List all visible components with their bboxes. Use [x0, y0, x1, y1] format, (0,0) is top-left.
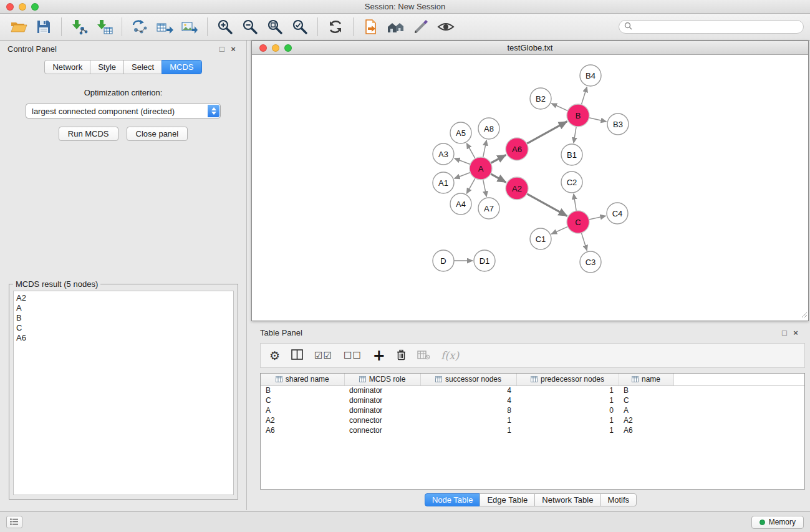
network-zoom-button[interactable]: [284, 44, 292, 52]
result-item[interactable]: C: [16, 323, 233, 333]
search-input[interactable]: [635, 22, 798, 31]
minimize-window-button[interactable]: [19, 3, 26, 11]
table-row[interactable]: A2connector11A2: [261, 415, 804, 425]
table-cell[interactable]: dominator: [344, 395, 420, 405]
float-panel-icon[interactable]: □: [779, 328, 790, 337]
tab-style[interactable]: Style: [90, 60, 124, 74]
zoom-out-button[interactable]: [238, 16, 263, 37]
tab-network[interactable]: Network: [44, 60, 90, 74]
import-network-button[interactable]: [67, 16, 92, 37]
mcds-result-list[interactable]: A2ABCA6: [13, 291, 234, 495]
open-session-button[interactable]: [6, 16, 31, 37]
memory-button[interactable]: Memory: [751, 516, 804, 529]
table-cell[interactable]: 4: [420, 385, 516, 395]
column-header[interactable]: MCDS role: [344, 374, 420, 385]
column-header[interactable]: successor nodes: [420, 374, 516, 385]
network-edge-A-A4[interactable]: [466, 178, 475, 194]
table-cell[interactable]: B: [261, 385, 344, 395]
table-row[interactable]: A6connector11A6: [261, 425, 804, 435]
tab-edge-table[interactable]: Edge Table: [480, 493, 535, 506]
network-node-C2[interactable]: C2: [561, 172, 582, 193]
export-table-button[interactable]: [152, 16, 177, 37]
network-node-C4[interactable]: C4: [607, 203, 628, 224]
table-cell[interactable]: dominator: [344, 385, 420, 395]
table-cell[interactable]: A2: [261, 415, 344, 425]
resize-grip-icon[interactable]: [800, 311, 808, 320]
network-edge-B-B1[interactable]: [574, 127, 576, 143]
table-cell[interactable]: 8: [420, 405, 516, 415]
refresh-button[interactable]: [323, 16, 348, 37]
open-file-button[interactable]: [359, 16, 383, 37]
run-mcds-button[interactable]: Run MCDS: [59, 127, 118, 141]
network-edge-B-B4[interactable]: [581, 87, 587, 105]
result-item[interactable]: A2: [16, 293, 233, 303]
network-edge-C-C4[interactable]: [589, 216, 606, 220]
select-all-rows-icon[interactable]: ☑☑: [314, 351, 332, 360]
delete-column-trash-icon[interactable]: [397, 349, 406, 362]
network-edge-A-A3[interactable]: [455, 158, 470, 165]
result-item[interactable]: B: [16, 313, 233, 323]
zoom-selected-button[interactable]: [287, 16, 312, 37]
table-cell[interactable]: C: [261, 395, 344, 405]
column-header[interactable]: shared name: [261, 374, 344, 385]
network-edge-A-A7[interactable]: [483, 180, 487, 197]
table-cell[interactable]: 1: [516, 385, 619, 395]
tab-motifs[interactable]: Motifs: [600, 493, 637, 506]
result-item[interactable]: A6: [16, 333, 233, 343]
table-cell[interactable]: connector: [344, 415, 420, 425]
network-edge-A6-B[interactable]: [527, 122, 567, 144]
table-row[interactable]: Adominator80A: [261, 405, 804, 415]
export-image-button[interactable]: [177, 16, 202, 37]
network-canvas[interactable]: B4B2BB3A5A8A6A3B1AA1C2A2A4A7C4CC1C3DD1: [252, 55, 808, 321]
optimization-criterion-dropdown[interactable]: largest connected component (directed): [26, 104, 221, 118]
table-cell[interactable]: 0: [516, 405, 619, 415]
delete-table-icon[interactable]: [417, 350, 430, 362]
table-cell[interactable]: A6: [619, 425, 673, 435]
network-node-C1[interactable]: C1: [530, 228, 551, 249]
network-close-button[interactable]: [259, 44, 267, 52]
network-edge-B-B3[interactable]: [589, 118, 607, 122]
import-table-button[interactable]: [92, 16, 117, 37]
network-node-B4[interactable]: B4: [580, 65, 601, 86]
table-cell[interactable]: A6: [261, 425, 344, 435]
network-node-C[interactable]: C: [567, 211, 589, 233]
table-cell[interactable]: A: [261, 405, 344, 415]
deselect-all-rows-icon[interactable]: ☐☐: [344, 351, 362, 360]
close-panel-icon[interactable]: ×: [228, 44, 239, 54]
network-node-A1[interactable]: A1: [433, 172, 454, 193]
network-node-B1[interactable]: B1: [561, 144, 582, 165]
network-edge-A-A8[interactable]: [483, 140, 487, 158]
network-node-A8[interactable]: A8: [478, 118, 499, 139]
zoom-fit-button[interactable]: [263, 16, 287, 37]
zoom-window-button[interactable]: [31, 3, 39, 11]
search-field[interactable]: [619, 20, 804, 34]
table-cell[interactable]: 1: [420, 425, 516, 435]
table-cell[interactable]: 1: [516, 415, 619, 425]
table-cell[interactable]: 4: [420, 395, 516, 405]
network-edge-C-C1[interactable]: [551, 226, 567, 234]
show-hide-button[interactable]: [433, 16, 458, 37]
table-settings-gear-icon[interactable]: ⚙: [269, 350, 280, 362]
add-column-icon[interactable]: +: [373, 348, 385, 363]
table-cell[interactable]: A: [619, 405, 673, 415]
float-panel-icon[interactable]: □: [216, 44, 228, 54]
network-node-C3[interactable]: C3: [580, 251, 601, 273]
home-view-button[interactable]: [383, 16, 408, 37]
network-node-A7[interactable]: A7: [478, 198, 499, 219]
network-edge-A-A2[interactable]: [491, 174, 506, 183]
network-node-B3[interactable]: B3: [607, 114, 629, 135]
network-edge-A-A5[interactable]: [466, 143, 475, 159]
table-cell[interactable]: 1: [516, 395, 619, 405]
network-minimize-button[interactable]: [272, 44, 279, 52]
network-node-A5[interactable]: A5: [450, 122, 471, 143]
network-node-A4[interactable]: A4: [450, 193, 471, 215]
column-visibility-icon[interactable]: [291, 349, 303, 362]
save-session-button[interactable]: [31, 16, 56, 37]
table-row[interactable]: Cdominator41C: [261, 395, 804, 405]
table-row[interactable]: Bdominator41B: [261, 385, 804, 395]
network-window-titlebar[interactable]: testGlobe.txt: [252, 41, 808, 55]
result-item[interactable]: A: [16, 303, 233, 313]
column-header[interactable]: name: [619, 374, 673, 385]
node-table-container[interactable]: shared nameMCDS rolesuccessor nodesprede…: [260, 373, 805, 490]
network-node-B[interactable]: B: [567, 104, 589, 127]
